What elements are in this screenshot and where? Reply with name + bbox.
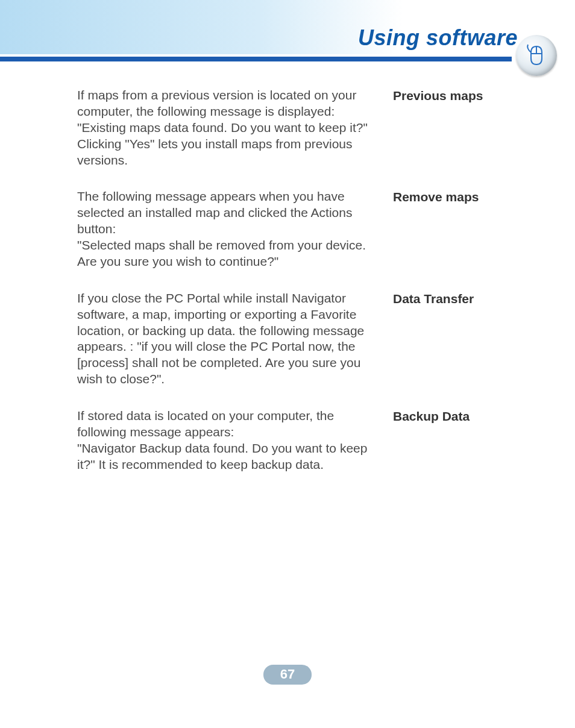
section-heading: Data Transfer: [393, 290, 521, 388]
section-heading: Remove maps: [393, 189, 521, 269]
section-previous-maps: If maps from a previous version is locat…: [77, 87, 521, 168]
header-rule-left: [0, 57, 313, 61]
section-remove-maps: The following message appears when you h…: [77, 189, 521, 269]
page-number: 67: [263, 665, 312, 685]
page-content: If maps from a previous version is locat…: [77, 87, 521, 656]
manual-page: Using software If maps from a previous v…: [0, 0, 575, 728]
section-body: If maps from a previous version is locat…: [77, 87, 379, 168]
page-header: Using software: [0, 0, 575, 72]
section-body: The following message appears when you h…: [77, 189, 379, 269]
section-body: If you close the PC Portal while install…: [77, 290, 379, 388]
section-backup-data: If stored data is located on your comput…: [77, 408, 521, 473]
page-number-container: 67: [0, 665, 575, 685]
section-data-transfer: If you close the PC Portal while install…: [77, 290, 521, 388]
section-heading: Previous maps: [393, 87, 521, 168]
header-rule-right: [313, 57, 512, 61]
section-body: If stored data is located on your comput…: [77, 408, 379, 473]
section-title: Using software: [358, 25, 518, 51]
mouse-icon: [516, 35, 557, 76]
section-heading: Backup Data: [393, 408, 521, 473]
